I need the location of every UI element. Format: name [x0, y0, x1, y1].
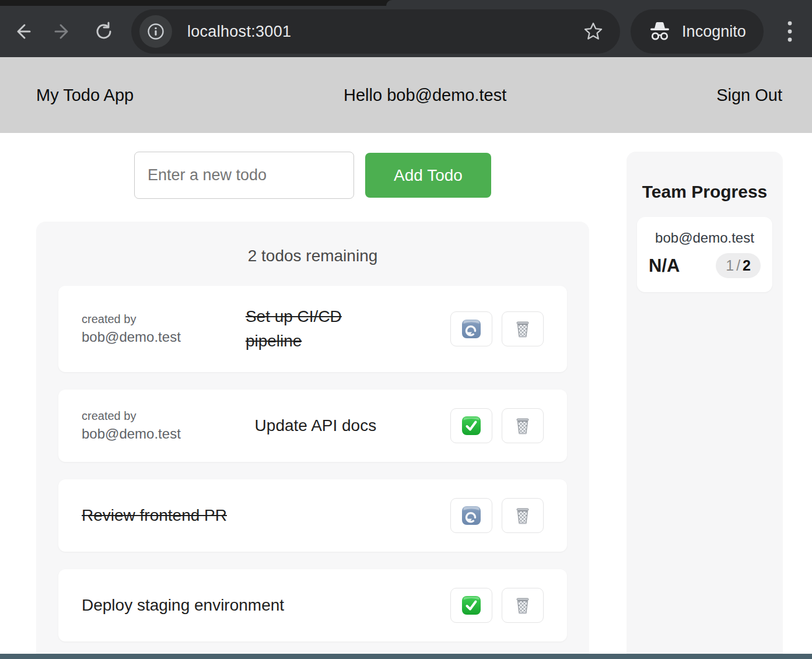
- member-email: bob@demo.test: [649, 230, 761, 246]
- member-stats-row: N/A 1/2: [649, 253, 761, 278]
- bookmark-star-icon: [583, 21, 604, 42]
- todo-meta: created by bob@demo.test: [82, 408, 181, 443]
- member-card: bob@demo.test N/A 1/2: [637, 217, 772, 292]
- back-button[interactable]: [8, 17, 36, 45]
- active-tab[interactable]: [386, 0, 812, 6]
- todo-title: Deploy staging environment: [82, 593, 284, 618]
- browser-menu-button[interactable]: [776, 17, 804, 45]
- toggle-todo-button[interactable]: [450, 588, 492, 623]
- toggle-todo-button[interactable]: [450, 498, 492, 533]
- add-todo-button[interactable]: Add Todo: [365, 153, 491, 198]
- todo-card: Review frontend PR: [58, 479, 567, 552]
- new-todo-input[interactable]: [134, 152, 354, 199]
- reload-icon: [94, 22, 114, 41]
- reload-button[interactable]: [90, 17, 118, 45]
- new-todo-form: Add Todo: [134, 152, 491, 199]
- trash-icon: [512, 318, 533, 339]
- todo-panel: 2 todos remaining created by bob@demo.te…: [36, 222, 589, 659]
- todo-title: Review frontend PR: [82, 503, 227, 528]
- toggle-todo-button[interactable]: [450, 408, 492, 443]
- delete-todo-button[interactable]: [502, 311, 544, 346]
- todo-title: Set up CI/CD pipeline: [246, 304, 386, 353]
- back-icon: [12, 22, 32, 41]
- todo-actions: [450, 588, 544, 623]
- sign-out-link[interactable]: Sign Out: [716, 86, 782, 105]
- main-content: Add Todo 2 todos remaining created by bo…: [0, 133, 812, 659]
- member-count-pill: 1/2: [716, 253, 761, 278]
- created-by-label: created by: [82, 408, 181, 424]
- todo-title: Update API docs: [255, 413, 377, 438]
- undo-icon: [461, 318, 482, 339]
- member-percent: N/A: [649, 255, 680, 276]
- browser-toolbar: localhost:3001 Incognito: [0, 6, 812, 57]
- app-title: My Todo App: [36, 86, 134, 105]
- check-icon: [461, 595, 482, 616]
- todo-actions: [450, 408, 544, 443]
- todo-card: Deploy staging environment: [58, 569, 567, 642]
- team-progress-panel: Team Progress bob@demo.test N/A 1/2: [626, 152, 783, 659]
- trash-icon: [512, 595, 533, 616]
- bookmark-button[interactable]: [583, 21, 604, 42]
- toggle-todo-button[interactable]: [450, 311, 492, 346]
- kebab-menu-icon: [787, 20, 793, 43]
- trash-icon: [512, 505, 533, 526]
- todo-meta: created by bob@demo.test: [82, 311, 181, 346]
- incognito-icon: [648, 20, 671, 43]
- greeting-text: Hello bob@demo.test: [344, 86, 506, 105]
- app-header: My Todo App Hello bob@demo.test Sign Out: [0, 57, 812, 133]
- total-count: 2: [743, 257, 751, 274]
- url-text[interactable]: localhost:3001: [187, 23, 291, 41]
- undo-icon: [461, 505, 482, 526]
- incognito-badge: Incognito: [631, 9, 764, 54]
- site-info-button[interactable]: [139, 15, 172, 48]
- created-by-email: bob@demo.test: [82, 424, 181, 443]
- delete-todo-button[interactable]: [502, 588, 544, 623]
- incognito-label: Incognito: [682, 23, 746, 41]
- done-count: 1: [726, 257, 734, 274]
- todo-card: created by bob@demo.test Update API docs: [58, 390, 567, 462]
- todo-actions: [450, 311, 544, 346]
- created-by-email: bob@demo.test: [82, 327, 181, 346]
- delete-todo-button[interactable]: [502, 408, 544, 443]
- forward-button[interactable]: [49, 17, 76, 45]
- delete-todo-button[interactable]: [502, 498, 544, 533]
- team-progress-title: Team Progress: [626, 181, 783, 203]
- created-by-label: created by: [82, 311, 181, 327]
- bottom-bar: [0, 654, 812, 659]
- todo-card: created by bob@demo.test Set up CI/CD pi…: [58, 286, 567, 372]
- tab-strip: [0, 0, 812, 6]
- trash-icon: [512, 415, 533, 436]
- forward-icon: [53, 22, 73, 41]
- omnibox[interactable]: localhost:3001: [131, 9, 620, 54]
- info-icon: [146, 22, 165, 41]
- check-icon: [461, 415, 482, 436]
- count-separator: /: [736, 257, 740, 274]
- todo-actions: [450, 498, 544, 533]
- remaining-count: 2 todos remaining: [36, 222, 589, 268]
